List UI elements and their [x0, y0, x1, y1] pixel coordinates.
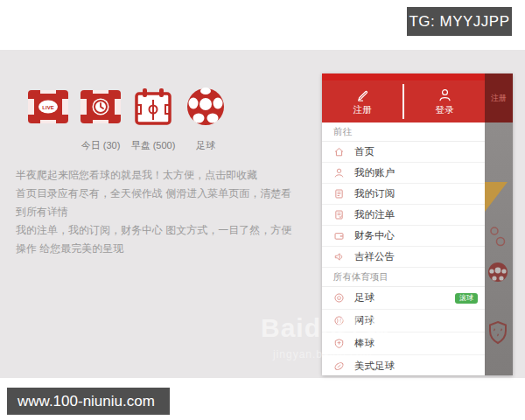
wallet-icon — [333, 230, 345, 242]
menu-item-announcement[interactable]: 吉祥公告 — [322, 247, 485, 268]
menu-item-soccer[interactable]: 足球 滚球 — [322, 287, 485, 310]
menu-section-sports: 所有体育项目 — [322, 268, 485, 287]
feature-live[interactable]: LIVE — [22, 85, 74, 152]
background-register-label: 注册 — [491, 93, 507, 104]
feature-early-market[interactable]: 早盘 (500) — [127, 85, 179, 152]
register-label: 注册 — [354, 104, 372, 116]
menu-item-label: 我的账户 — [354, 166, 395, 179]
app-screenshot: 注册 登录 前往 — [322, 74, 513, 375]
dimmed-shield-icon — [487, 320, 508, 345]
menu-item-label: 吉祥公告 — [354, 250, 395, 263]
site-url-label: www.100-niuniu.com — [18, 393, 155, 410]
dimmed-soccer-icon — [486, 261, 509, 284]
today-field-icon — [79, 85, 122, 129]
american-football-icon — [333, 360, 345, 372]
menu-item-label: 我的注单 — [354, 208, 395, 221]
register-button[interactable]: 注册 — [322, 80, 402, 122]
description-line: 我的注单，我的订阅，财务中心 图文方式，一目了然，方便 — [16, 221, 313, 240]
soccer-ball-icon — [184, 85, 228, 129]
description-line: 到所有详情 — [16, 203, 313, 221]
calendar-field-icon — [131, 85, 175, 129]
menu-item-label: 财务中心 — [354, 229, 395, 242]
banner-triangle — [485, 182, 508, 212]
mini-icons — [488, 226, 506, 248]
menu-list: 前往 首页 我的账户 — [322, 122, 485, 375]
site-url-box: www.100-niuniu.com — [7, 388, 170, 415]
tg-contact-label: TG: MYYJJPP — [409, 13, 509, 31]
menu-item-label: 我的订阅 — [354, 187, 395, 200]
description-line: 半夜爬起来陪您看球的就是我！太方便，点击即收藏 — [16, 166, 313, 185]
menu-item-label: 美式足球 — [354, 360, 395, 373]
menu-item-baseball[interactable]: 棒球 — [322, 332, 485, 355]
feature-today[interactable]: 今日 (30) — [74, 85, 127, 152]
tg-contact-box: TG: MYYJJPP — [407, 7, 512, 36]
dimmed-background-page: 注册 — [485, 74, 513, 375]
background-page-content — [485, 122, 513, 375]
menu-item-finance[interactable]: 财务中心 — [322, 226, 485, 247]
menu-item-subscription[interactable]: 我的订阅 — [322, 184, 485, 205]
soccer-icon — [333, 292, 345, 304]
description-text: 半夜爬起来陪您看球的就是我！太方便，点击即收藏 首页目录应有尽有，全天候作战 侧… — [16, 166, 313, 258]
user-icon — [438, 88, 452, 102]
menu-item-account[interactable]: 我的账户 — [322, 163, 485, 184]
feature-icons-row: LIVE 今日 (30) — [22, 85, 232, 152]
svg-text:LIVE: LIVE — [42, 105, 53, 110]
bet-slip-icon — [333, 209, 345, 220]
live-betting-badge: 滚球 — [455, 293, 478, 304]
menu-item-label: 网球 — [354, 314, 374, 327]
background-register-button[interactable]: 注册 — [485, 74, 513, 122]
description-line: 操作 给您最完美的呈现 — [16, 240, 313, 258]
login-label: 登录 — [436, 104, 454, 116]
feature-soccer[interactable]: 足球 — [179, 85, 232, 152]
menu-item-american-football[interactable]: 美式足球 — [322, 355, 485, 375]
pencil-icon — [355, 88, 370, 102]
menu-item-tennis[interactable]: 网球 — [322, 310, 485, 332]
tennis-icon — [333, 315, 345, 326]
page: TG: MYYJJPP LIVE — [0, 0, 525, 420]
feature-label: 足球 — [196, 139, 215, 152]
feature-label: 早盘 (500) — [131, 139, 176, 152]
announcement-icon — [333, 251, 345, 262]
home-icon — [333, 146, 345, 158]
menu-item-label: 棒球 — [354, 337, 374, 350]
login-button[interactable]: 登录 — [404, 80, 485, 122]
user-icon — [333, 167, 345, 178]
description-line: 首页目录应有尽有，全天候作战 侧滑进入菜单页面，清楚看 — [16, 185, 313, 203]
app-header: 注册 登录 — [322, 74, 485, 122]
menu-section-go: 前往 — [322, 122, 485, 142]
baseball-icon — [333, 338, 345, 349]
status-bar — [322, 74, 485, 80]
feature-label: 今日 (30) — [81, 139, 121, 152]
content-panel: LIVE 今日 (30) — [0, 50, 525, 378]
menu-item-bet-slip[interactable]: 我的注单 — [322, 205, 485, 226]
subscription-icon — [333, 188, 345, 200]
menu-item-home[interactable]: 首页 — [322, 142, 485, 163]
drawer-menu: 注册 登录 前往 — [322, 74, 485, 375]
menu-item-label: 首页 — [354, 145, 374, 158]
menu-item-label: 足球 — [354, 291, 374, 304]
live-field-icon: LIVE — [26, 85, 70, 129]
